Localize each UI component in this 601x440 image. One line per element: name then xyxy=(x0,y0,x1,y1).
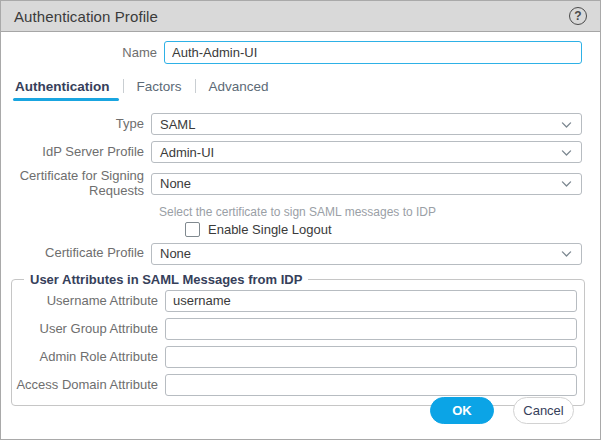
ok-button[interactable]: OK xyxy=(430,397,494,424)
certificate-signing-value: None xyxy=(160,176,554,191)
admin-role-attribute-input[interactable] xyxy=(165,346,577,368)
username-attribute-label: Username Attribute xyxy=(12,293,165,308)
dialog-titlebar: Authentication Profile ? xyxy=(1,1,600,32)
type-row: Type SAML xyxy=(1,113,582,135)
user-group-attribute-label: User Group Attribute xyxy=(12,321,165,336)
idp-server-profile-value: Admin-UI xyxy=(160,145,554,160)
certificate-profile-label: Certificate Profile xyxy=(1,246,151,261)
authentication-tab-panel: Type SAML IdP Server Profile Admin-UI Ce… xyxy=(1,113,600,406)
chevron-down-icon xyxy=(560,177,573,190)
type-select[interactable]: SAML xyxy=(151,113,582,135)
dialog-footer: OK Cancel xyxy=(430,397,574,424)
username-attribute-input[interactable] xyxy=(165,290,577,312)
user-attributes-fieldset: User Attributes in SAML Messages from ID… xyxy=(11,272,585,406)
user-group-attribute-row: User Group Attribute xyxy=(12,318,577,340)
name-label: Name xyxy=(1,45,164,60)
authentication-profile-dialog: Authentication Profile ? Name Authentica… xyxy=(0,0,601,440)
idp-server-profile-row: IdP Server Profile Admin-UI xyxy=(1,141,582,163)
access-domain-attribute-input[interactable] xyxy=(165,374,577,396)
username-attribute-row: Username Attribute xyxy=(12,290,577,312)
chevron-down-icon xyxy=(560,146,573,159)
user-group-attribute-input[interactable] xyxy=(165,318,577,340)
enable-single-logout-label: Enable Single Logout xyxy=(208,222,332,237)
dialog-title: Authentication Profile xyxy=(14,8,158,25)
idp-server-profile-label: IdP Server Profile xyxy=(1,145,151,160)
admin-role-attribute-label: Admin Role Attribute xyxy=(12,349,165,364)
enable-single-logout-row: Enable Single Logout xyxy=(185,222,600,237)
type-value: SAML xyxy=(160,117,554,132)
chevron-down-icon xyxy=(560,247,573,260)
cancel-button[interactable]: Cancel xyxy=(513,397,574,424)
access-domain-attribute-label: Access Domain Attribute xyxy=(12,377,165,392)
enable-single-logout-checkbox[interactable] xyxy=(185,222,200,237)
certificate-signing-hint: Select the certificate to sign SAML mess… xyxy=(159,205,600,219)
access-domain-attribute-row: Access Domain Attribute xyxy=(12,374,577,396)
admin-role-attribute-row: Admin Role Attribute xyxy=(12,346,577,368)
help-icon[interactable]: ? xyxy=(569,7,587,25)
certificate-profile-select[interactable]: None xyxy=(151,243,582,265)
tab-bar: Authentication Factors Advanced xyxy=(15,75,600,97)
name-row: Name xyxy=(1,41,582,64)
tab-advanced[interactable]: Advanced xyxy=(196,75,282,97)
tab-factors[interactable]: Factors xyxy=(124,75,195,97)
type-label: Type xyxy=(1,117,151,132)
chevron-down-icon xyxy=(560,118,573,131)
certificate-signing-select[interactable]: None xyxy=(151,173,582,195)
certificate-profile-row: Certificate Profile None xyxy=(1,243,582,265)
tab-authentication[interactable]: Authentication xyxy=(15,75,123,97)
certificate-profile-value: None xyxy=(160,246,554,261)
certificate-signing-row: Certificate for Signing Requests None xyxy=(1,169,582,199)
certificate-signing-label: Certificate for Signing Requests xyxy=(1,169,151,199)
user-attributes-legend: User Attributes in SAML Messages from ID… xyxy=(24,272,308,287)
idp-server-profile-select[interactable]: Admin-UI xyxy=(151,141,582,163)
name-input[interactable] xyxy=(164,41,582,64)
